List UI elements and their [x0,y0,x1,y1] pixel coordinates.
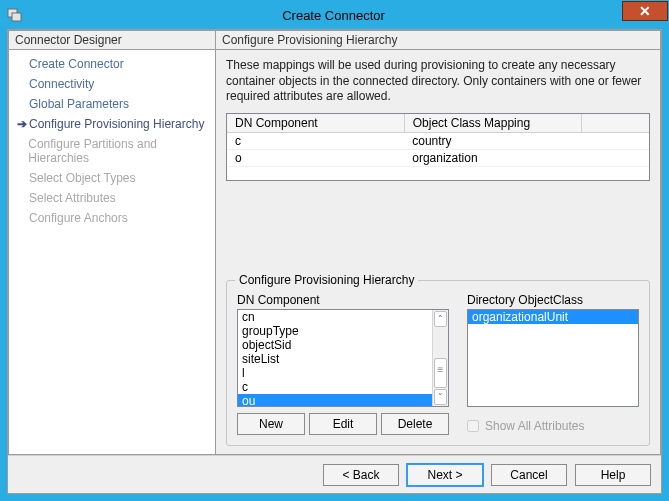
edit-button[interactable]: Edit [309,413,377,435]
right-panel: Configure Provisioning Hierarchy These m… [216,30,661,455]
list-item[interactable]: cn [238,310,432,324]
wizard-step-connectivity[interactable]: ➔Connectivity [9,74,215,94]
mapping-grid[interactable]: DN Component Object Class Mapping c coun… [226,113,650,181]
show-all-attributes-label: Show All Attributes [485,419,584,433]
list-item[interactable]: ou [238,394,432,406]
window: Create Connector ✕ Connector Designer ➔C… [0,0,669,501]
wizard-step-configure-partitions: ➔Configure Partitions and Hierarchies [9,134,215,168]
svg-rect-1 [12,13,21,21]
dn-component-listbox[interactable]: cn groupType objectSid siteList l c ou [237,309,449,407]
wizard-step-select-object-types: ➔Select Object Types [9,168,215,188]
list-item[interactable]: l [238,366,432,380]
client-area: Connector Designer ➔Create Connector ➔Co… [7,29,662,494]
left-panel: Connector Designer ➔Create Connector ➔Co… [8,30,216,455]
table-row[interactable]: o organization [227,149,649,166]
scrollbar[interactable]: ˄ ˅ [432,310,448,406]
wizard-step-configure-anchors: ➔Configure Anchors [9,208,215,228]
table-row[interactable]: c country [227,132,649,149]
wizard-step-select-attributes: ➔Select Attributes [9,188,215,208]
wizard-step-global-parameters[interactable]: ➔Global Parameters [9,94,215,114]
grid-header-class[interactable]: Object Class Mapping [404,114,581,133]
show-all-attributes-checkbox[interactable] [467,420,479,432]
instructions-text: These mappings will be used during provi… [226,58,650,105]
configure-groupbox: Configure Provisioning Hierarchy DN Comp… [226,280,650,446]
wizard-step-configure-provisioning-hierarchy[interactable]: ➔Configure Provisioning Hierarchy [9,114,215,134]
back-button[interactable]: < Back [323,464,399,486]
new-button[interactable]: New [237,413,305,435]
list-item[interactable]: groupType [238,324,432,338]
scroll-thumb[interactable] [434,358,447,388]
close-icon: ✕ [639,3,651,19]
wizard-step-create-connector[interactable]: ➔Create Connector [9,54,215,74]
objectclass-listbox[interactable]: organizationalUnit [467,309,639,407]
delete-button[interactable]: Delete [381,413,449,435]
next-button[interactable]: Next > [407,464,483,486]
list-item[interactable]: siteList [238,352,432,366]
app-icon [7,7,23,23]
grid-header-dn[interactable]: DN Component [227,114,404,133]
groupbox-legend: Configure Provisioning Hierarchy [235,273,418,287]
list-item[interactable]: organizationalUnit [468,310,638,324]
window-title: Create Connector [29,8,668,23]
close-button[interactable]: ✕ [622,1,668,21]
cancel-button[interactable]: Cancel [491,464,567,486]
left-panel-header: Connector Designer [9,31,215,50]
list-item[interactable]: c [238,380,432,394]
right-panel-header: Configure Provisioning Hierarchy [216,31,660,50]
list-item[interactable]: objectSid [238,338,432,352]
grid-header-spacer [581,114,649,133]
scroll-up-icon[interactable]: ˄ [434,311,447,327]
scroll-down-icon[interactable]: ˅ [434,389,447,405]
dn-component-label: DN Component [237,293,449,309]
help-button[interactable]: Help [575,464,651,486]
wizard-steps: ➔Create Connector ➔Connectivity ➔Global … [9,50,215,454]
titlebar[interactable]: Create Connector ✕ [1,1,668,29]
objectclass-label: Directory ObjectClass [467,293,639,309]
wizard-button-bar: < Back Next > Cancel Help [8,455,661,493]
